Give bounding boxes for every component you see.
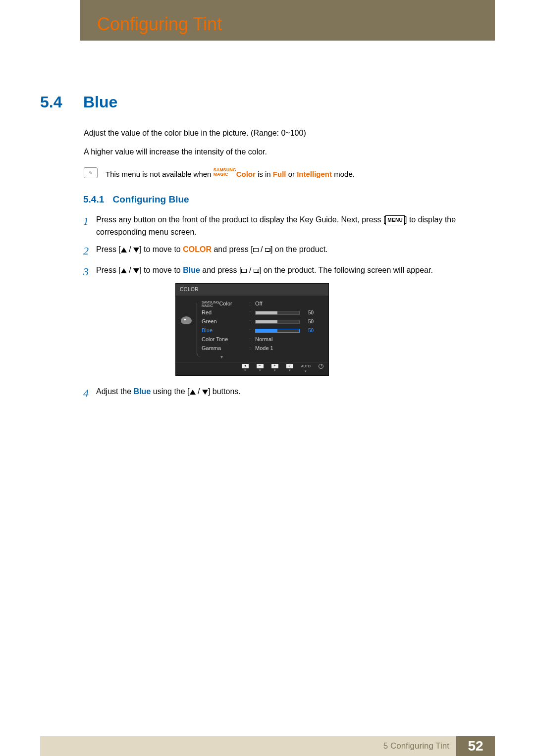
step2-color-word: COLOR bbox=[183, 245, 212, 253]
osd-foot-minus: −▾ bbox=[257, 364, 264, 373]
note-or: or bbox=[288, 170, 297, 178]
step3-text-b: ] to move to bbox=[139, 266, 183, 274]
osd-body: SAMSUNG MAGIC Color Red Green Blue Color… bbox=[176, 296, 328, 362]
osd-magic-label: Color bbox=[219, 300, 232, 308]
note-row: ✎ This menu is not available when SAMSUN… bbox=[84, 167, 355, 178]
step-3: 3 Press [ / ] to move to Blue and press … bbox=[83, 264, 480, 381]
osd-row-red: :50 bbox=[249, 308, 325, 317]
osd-val-off: Off bbox=[255, 300, 262, 308]
step2-text-c: and press [ bbox=[212, 245, 253, 253]
osd-row-magiccolor: :Off bbox=[249, 300, 325, 308]
osd-row-green: :50 bbox=[249, 317, 325, 326]
up-arrow-icon bbox=[190, 390, 196, 395]
step-body: Adjust the Blue using the [ / ] buttons. bbox=[96, 386, 480, 402]
step2-text-b: ] to move to bbox=[139, 245, 183, 253]
osd-item-gamma: Gamma bbox=[197, 344, 246, 353]
osd-magic-bot: MAGIC bbox=[202, 304, 213, 307]
step3-blue-word: Blue bbox=[183, 266, 200, 274]
step4-text-b: using the [ bbox=[151, 387, 189, 396]
step4-blue-word: Blue bbox=[134, 387, 151, 396]
section-title: Blue bbox=[83, 93, 117, 111]
note-text: This menu is not available when SAMSUNG … bbox=[106, 168, 355, 178]
step-list: 1 Press any button on the front of the p… bbox=[83, 214, 480, 406]
document-title: Configuring Tint bbox=[97, 14, 222, 35]
down-arrow-icon bbox=[133, 248, 139, 252]
osd-foot-auto-label: AUTO bbox=[301, 364, 311, 369]
step1-text-a: Press any button on the front of the pro… bbox=[96, 215, 385, 224]
osd-foot-power bbox=[319, 364, 323, 373]
note-intelligent: Intelligent bbox=[297, 170, 332, 178]
step4-text-a: Adjust the bbox=[96, 387, 134, 396]
slider-blue bbox=[255, 329, 300, 333]
step-4: 4 Adjust the Blue using the [ / ] button… bbox=[83, 386, 480, 402]
section-number: 5.4 bbox=[40, 93, 62, 111]
step-number: 3 bbox=[83, 263, 96, 381]
osd-row-gamma: :Mode 1 bbox=[249, 344, 325, 353]
osd-val-gamma: Mode 1 bbox=[255, 344, 273, 353]
osd-val-red: 50 bbox=[303, 309, 314, 317]
down-arrow-icon bbox=[133, 268, 139, 273]
osd-foot-back: ◂▾ bbox=[242, 364, 249, 373]
step3-text-c: and press [ bbox=[200, 266, 242, 274]
note-mid: is in bbox=[258, 170, 273, 178]
step3-text-a: Press [ bbox=[96, 266, 121, 274]
up-arrow-icon bbox=[121, 248, 127, 252]
step-body: Press [ / ] to move to Blue and press [ … bbox=[96, 264, 480, 381]
step4-text-c: ] buttons. bbox=[208, 387, 241, 396]
osd-item-red: Red bbox=[197, 308, 246, 317]
magic-brand-bottom: MAGIC bbox=[214, 172, 228, 177]
note-colorword: Color bbox=[236, 170, 256, 178]
osd-panel: COLOR SAMSUNG MAGIC Color bbox=[175, 283, 329, 375]
osd-title: COLOR bbox=[176, 284, 328, 296]
subsection-heading: 5.4.1 Configuring Blue bbox=[83, 194, 189, 205]
osd-foot-enter: ↲▾ bbox=[286, 364, 293, 373]
step2-text-a: Press [ bbox=[96, 245, 121, 253]
intro-paragraph-1: Adjust the value of the color blue in th… bbox=[84, 129, 306, 138]
note-full: Full bbox=[273, 170, 286, 178]
down-arrow-icon bbox=[202, 390, 208, 395]
osd-magic-top: SAMSUNG bbox=[202, 301, 219, 304]
spacer bbox=[249, 353, 325, 360]
osd-val-tone: Normal bbox=[255, 335, 272, 344]
osd-val-blue: 50 bbox=[303, 327, 314, 335]
menu-button-label: MENU bbox=[385, 215, 405, 225]
osd-screenshot: COLOR SAMSUNG MAGIC Color bbox=[175, 283, 480, 375]
osd-menu-tree: SAMSUNG MAGIC Color Red Green Blue Color… bbox=[197, 300, 246, 360]
step-body: Press [ / ] to move to COLOR and press [… bbox=[96, 244, 480, 259]
osd-item-blue: Blue bbox=[197, 326, 246, 335]
step3-text-d: ] on the product. The following screen w… bbox=[259, 266, 433, 274]
source-icon bbox=[241, 269, 247, 273]
source-icon bbox=[253, 248, 259, 252]
intro-paragraph-2: A higher value will increase the intensi… bbox=[84, 148, 267, 156]
step-number: 1 bbox=[83, 213, 96, 239]
magic-brand: SAMSUNG MAGIC bbox=[214, 168, 236, 177]
enter-icon bbox=[265, 248, 270, 252]
note-tail: mode. bbox=[334, 170, 355, 178]
osd-item-green: Green bbox=[197, 317, 246, 326]
step-2: 2 Press [ / ] to move to COLOR and press… bbox=[83, 244, 480, 259]
step-body: Press any button on the front of the pro… bbox=[96, 214, 480, 239]
enter-icon bbox=[254, 269, 259, 273]
up-arrow-icon bbox=[121, 268, 127, 273]
footer-chapter: 5 Configuring Tint bbox=[40, 736, 456, 756]
osd-row-blue: :50 bbox=[249, 326, 325, 335]
step2-text-d: ] on the product. bbox=[270, 245, 328, 253]
osd-footer: ◂▾ −▾ +▾ ↲▾ AUTO▾ bbox=[176, 362, 328, 375]
osd-row-tone: :Normal bbox=[249, 335, 325, 344]
slider-red bbox=[255, 311, 300, 315]
osd-foot-auto: AUTO▾ bbox=[301, 364, 311, 373]
osd-foot-plus: +▾ bbox=[271, 364, 278, 373]
osd-item-colortone: Color Tone bbox=[197, 335, 246, 344]
subsection-title: Configuring Blue bbox=[113, 194, 189, 204]
step-number: 2 bbox=[83, 243, 96, 259]
osd-item-magiccolor: SAMSUNG MAGIC Color bbox=[197, 300, 246, 308]
tree-branch-line bbox=[197, 302, 201, 357]
chevron-down-icon: ▾ bbox=[197, 353, 246, 360]
osd-values-col: :Off :50 :50 :50 :Normal :Mode 1 bbox=[249, 300, 325, 360]
palette-icon bbox=[181, 316, 192, 324]
slider-green bbox=[255, 320, 300, 324]
subsection-number: 5.4.1 bbox=[83, 194, 104, 204]
note-lead: This menu is not available when bbox=[106, 170, 214, 178]
osd-val-green: 50 bbox=[303, 318, 314, 326]
step-1: 1 Press any button on the front of the p… bbox=[83, 214, 480, 239]
